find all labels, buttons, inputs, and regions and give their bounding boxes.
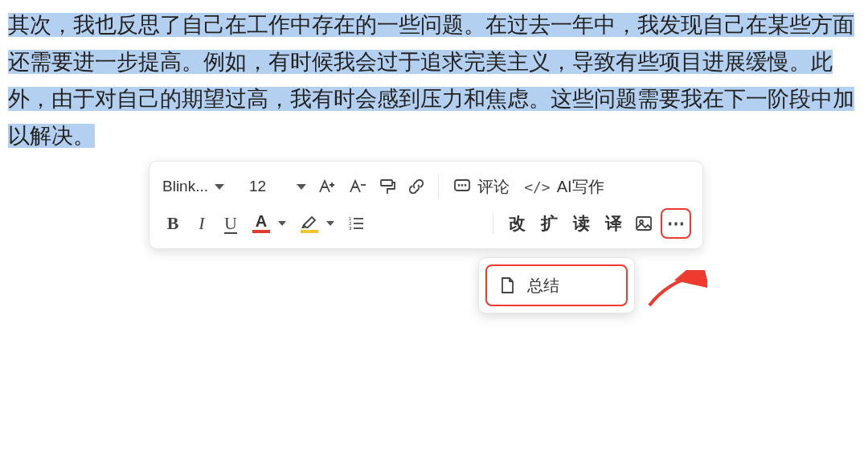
toolbar-row-2: B I U A 123 改 扩 读 译 ⋯ xyxy=(161,205,691,242)
more-options-dropdown: 总结 xyxy=(478,257,635,313)
toolbar-separator xyxy=(493,212,493,235)
floating-toolbar: Blink... 12 评论 </> AI写作 B xyxy=(149,161,703,249)
annotation-arrow-icon xyxy=(643,270,707,318)
rewrite-button[interactable]: 改 xyxy=(503,210,530,237)
insert-link-button[interactable] xyxy=(404,173,428,200)
font-color-swatch xyxy=(252,230,270,233)
font-color-icon: A xyxy=(256,214,267,228)
ai-write-label: AI写作 xyxy=(557,176,604,198)
font-color-button[interactable]: A xyxy=(248,214,286,233)
chevron-down-icon xyxy=(326,221,334,226)
font-family-select[interactable]: Blink... xyxy=(161,178,241,195)
svg-text:3: 3 xyxy=(349,226,352,231)
font-family-value: Blink... xyxy=(162,178,208,195)
expand-button[interactable]: 扩 xyxy=(535,210,563,237)
ellipsis-icon: ⋯ xyxy=(667,213,685,234)
numbered-list-button[interactable]: 123 xyxy=(344,210,368,237)
comment-label: 评论 xyxy=(477,176,510,198)
read-button[interactable]: 读 xyxy=(567,210,595,237)
toolbar-row-1: Blink... 12 评论 </> AI写作 xyxy=(161,168,691,205)
translate-button[interactable]: 译 xyxy=(600,210,627,237)
insert-image-button[interactable] xyxy=(632,210,656,237)
highlight-color-button[interactable] xyxy=(296,214,334,233)
highlighter-icon xyxy=(301,214,318,228)
decrease-font-button[interactable] xyxy=(345,173,371,200)
summary-menu-item[interactable]: 总结 xyxy=(485,264,628,306)
underline-button[interactable]: U xyxy=(219,210,243,237)
increase-font-button[interactable] xyxy=(314,173,340,200)
summary-label: 总结 xyxy=(527,275,559,297)
document-icon xyxy=(498,277,516,294)
more-options-button[interactable]: ⋯ xyxy=(661,208,691,239)
document-content[interactable]: 其次，我也反思了自己在工作中存在的一些问题。在过去一年中，我发现自己在某些方面还… xyxy=(0,0,868,154)
svg-rect-0 xyxy=(381,180,392,186)
italic-button[interactable]: I xyxy=(190,210,214,237)
comment-icon xyxy=(453,178,471,195)
toolbar-separator xyxy=(438,175,439,198)
svg-point-3 xyxy=(462,185,463,186)
chevron-down-icon xyxy=(297,184,306,190)
highlight-color-swatch xyxy=(301,230,318,233)
svg-point-2 xyxy=(459,185,460,186)
code-icon: </> xyxy=(524,178,551,195)
bold-button[interactable]: B xyxy=(161,210,185,237)
format-painter-button[interactable] xyxy=(375,173,399,200)
svg-point-4 xyxy=(465,185,466,186)
comment-button[interactable]: 评论 xyxy=(448,176,514,198)
selected-text[interactable]: 其次，我也反思了自己在工作中存在的一些问题。在过去一年中，我发现自己在某些方面还… xyxy=(8,13,854,148)
chevron-down-icon xyxy=(278,221,286,226)
ai-write-button[interactable]: </> AI写作 xyxy=(519,176,608,198)
font-size-select[interactable]: 12 xyxy=(246,178,309,195)
chevron-down-icon xyxy=(215,184,224,190)
svg-rect-11 xyxy=(637,217,651,230)
font-size-value: 12 xyxy=(249,178,266,195)
